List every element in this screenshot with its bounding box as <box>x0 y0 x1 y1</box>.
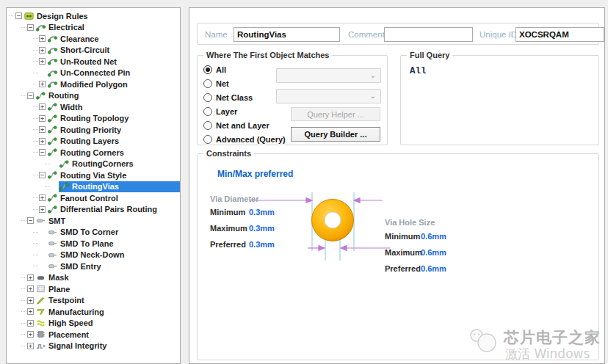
expand-icon[interactable]: + <box>27 320 34 327</box>
tree-item-un-connected-pin[interactable]: Un-Connected Pin <box>7 68 180 79</box>
radio-net-and-layer[interactable]: Net and Layer <box>203 120 269 131</box>
tree-connector <box>33 61 38 62</box>
electrical-icon <box>47 33 58 44</box>
tree-item-design-rules[interactable]: −Design Rules <box>7 10 180 22</box>
collapse-icon[interactable]: − <box>39 149 46 156</box>
tree-item-smd-entry[interactable]: SMD Entry <box>7 261 180 272</box>
tree-item-label: Routing Topology <box>60 114 129 123</box>
via-hole-maximum-value-field[interactable]: 0.6mm <box>421 248 446 257</box>
tree-item-manufacturing[interactable]: +Manufacturing <box>7 306 180 318</box>
tree-item-clearance[interactable]: +Clearance <box>7 33 180 45</box>
routing-icon <box>47 136 58 147</box>
tree-item-un-routed-net[interactable]: +Un-Routed Net <box>7 56 180 68</box>
tree-item-content: RoutingCorners <box>59 159 180 170</box>
radio-button-icon[interactable] <box>203 93 212 102</box>
comment-field[interactable] <box>384 27 473 42</box>
tree-item-signal-integrity[interactable]: +Signal Integrity <box>7 341 180 352</box>
tree-item-routing-topology[interactable]: +Routing Topology <box>7 113 180 125</box>
tree-item-content: Routing Topology <box>47 113 180 125</box>
match-scope-title: Where The First Object Matches <box>203 51 332 59</box>
radio-label: Layer <box>216 107 237 116</box>
radio-button-icon[interactable] <box>203 121 212 130</box>
via-diameter-maximum-value-field[interactable]: 0.3mm <box>249 224 275 233</box>
expand-icon[interactable]: + <box>39 138 46 145</box>
collapse-icon[interactable]: − <box>15 12 22 19</box>
radio-net-class[interactable]: Net Class <box>203 92 253 103</box>
expand-icon[interactable]: + <box>39 206 46 213</box>
tree-item-content: SMD Entry <box>47 261 180 272</box>
tree-item-plane[interactable]: +Plane <box>7 283 180 295</box>
radio-button-icon[interactable] <box>203 107 212 116</box>
tree-item-content: Un-Connected Pin <box>47 68 180 79</box>
tree-connector <box>33 152 38 153</box>
tree-item-routing[interactable]: −Routing <box>7 90 180 102</box>
collapse-icon[interactable]: − <box>39 172 46 178</box>
tree-item-modified-polygon[interactable]: +Modified Polygon <box>7 79 180 90</box>
radio-layer[interactable]: Layer <box>203 106 237 117</box>
radio-button-icon[interactable] <box>203 135 212 144</box>
expand-icon[interactable]: + <box>39 81 46 87</box>
collapse-icon[interactable]: − <box>27 24 34 31</box>
tree-item-routing-priority[interactable]: +Routing Priority <box>7 124 180 136</box>
expand-icon[interactable]: + <box>39 47 46 54</box>
smt-icon <box>47 250 58 261</box>
tree-item-content: SMD Neck-Down <box>47 250 180 261</box>
name-field[interactable] <box>234 27 340 42</box>
radio-button-icon[interactable] <box>203 79 212 88</box>
constraints-title: Constraints <box>203 149 254 158</box>
tree-item-short-circuit[interactable]: +Short-Circuit <box>7 45 180 57</box>
tree-item-mask[interactable]: +Mask <box>7 272 180 284</box>
tree-item-content: Routing <box>35 90 180 102</box>
tree-item-routingvias[interactable]: RoutingVias <box>7 181 180 193</box>
expand-icon[interactable]: + <box>27 331 34 338</box>
expand-icon[interactable]: + <box>39 35 46 42</box>
tree-item-fanout-control[interactable]: +Fanout Control <box>7 192 180 204</box>
via-diameter-minimum-value-field[interactable]: 0.3mm <box>249 208 275 216</box>
via-hole-minimum-value-field[interactable]: 0.6mm <box>421 232 446 241</box>
via-diameter-preferred-label: Preferred <box>210 240 246 249</box>
via-diameter-preferred-value-field[interactable]: 0.3mm <box>249 240 275 249</box>
tree-item-routing-via-style[interactable]: −Routing Via Style <box>7 170 180 181</box>
expand-icon[interactable]: + <box>27 285 34 292</box>
via-hole-preferred-value-field[interactable]: 0.6mm <box>421 264 446 273</box>
tree-item-placement[interactable]: +Placement <box>7 329 180 341</box>
tree-item-smd-neck-down[interactable]: SMD Neck-Down <box>7 250 180 261</box>
unique-id-field[interactable] <box>515 27 604 42</box>
expand-icon[interactable]: + <box>27 274 34 281</box>
radio-advanced-query[interactable]: Advanced (Query) <box>203 134 286 145</box>
tree-item-routing-corners[interactable]: −Routing Corners <box>7 147 180 159</box>
tree-item-high-speed[interactable]: +High Speed <box>7 318 180 330</box>
collapse-icon[interactable]: − <box>27 217 34 224</box>
tree-item-testpoint[interactable]: +Testpoint <box>7 295 180 307</box>
tree-item-routingcorners[interactable]: RoutingCorners <box>7 159 180 170</box>
expand-icon[interactable]: + <box>27 308 34 315</box>
radio-all[interactable]: All <box>203 65 226 75</box>
via-diameter-minimum-label: Minimum <box>210 208 245 216</box>
expand-icon[interactable]: + <box>39 194 46 201</box>
routing-icon <box>47 113 58 124</box>
tree-item-routing-layers[interactable]: +Routing Layers <box>7 136 180 148</box>
expand-icon[interactable]: + <box>39 58 46 65</box>
expand-icon[interactable]: + <box>39 103 46 110</box>
radio-button-icon[interactable] <box>203 65 212 74</box>
tree-item-electrical[interactable]: −Electrical <box>7 22 180 34</box>
tree-item-smd-to-corner[interactable]: SMD To Corner <box>7 227 180 239</box>
routing-icon <box>59 159 70 170</box>
tree-item-content: Clearance <box>47 33 180 45</box>
tree-connector <box>45 186 50 187</box>
tree-item-width[interactable]: +Width <box>7 101 180 113</box>
manufacturing-icon <box>35 306 46 317</box>
expand-icon[interactable]: + <box>39 115 46 122</box>
query-builder-button[interactable]: Query Builder ... <box>291 127 380 142</box>
tree-connector <box>21 95 26 96</box>
collapse-icon[interactable]: − <box>27 92 34 99</box>
expand-icon[interactable]: + <box>39 126 46 133</box>
expand-icon[interactable]: + <box>27 297 34 304</box>
radio-net[interactable]: Net <box>203 79 229 89</box>
match-scope-group: Where The First Object Matches AllNetNet… <box>197 55 388 145</box>
tree-item-content: Routing Via Style <box>47 170 180 181</box>
expand-icon[interactable]: + <box>27 343 34 349</box>
tree-item-differential-pairs-routing[interactable]: +Differential Pairs Routing <box>7 204 180 216</box>
tree-item-smt[interactable]: −SMT <box>7 215 180 227</box>
tree-item-smd-to-plane[interactable]: SMD To Plane <box>7 238 180 250</box>
